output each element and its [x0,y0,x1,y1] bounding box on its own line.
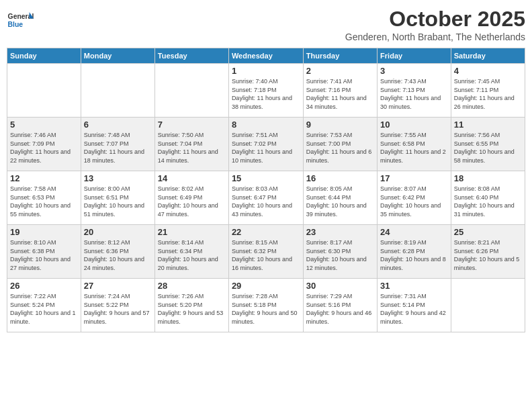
calendar-cell: 19Sunrise: 8:10 AMSunset: 6:38 PMDayligh… [7,225,81,279]
calendar-cell [154,64,228,118]
day-info: Sunrise: 7:58 AMSunset: 6:53 PMDaylight:… [10,185,78,218]
calendar-cell: 7Sunrise: 7:50 AMSunset: 7:04 PMDaylight… [154,118,228,171]
day-info: Sunrise: 7:31 AMSunset: 5:14 PMDaylight:… [380,292,448,326]
day-info: Sunrise: 8:19 AMSunset: 6:28 PMDaylight:… [380,238,448,272]
day-info: Sunrise: 8:17 AMSunset: 6:30 PMDaylight:… [306,238,374,272]
day-info: Sunrise: 7:43 AMSunset: 7:13 PMDaylight:… [380,77,448,111]
calendar-cell: 15Sunrise: 8:03 AMSunset: 6:47 PMDayligh… [228,171,303,225]
day-info: Sunrise: 7:45 AMSunset: 7:11 PMDaylight:… [454,77,522,111]
day-info: Sunrise: 8:10 AMSunset: 6:38 PMDaylight:… [10,238,78,272]
calendar-cell: 21Sunrise: 8:14 AMSunset: 6:34 PMDayligh… [154,225,228,279]
day-number: 31 [380,281,448,291]
calendar-cell: 12Sunrise: 7:58 AMSunset: 6:53 PMDayligh… [7,171,81,225]
day-number: 18 [454,173,522,183]
calendar-cell [7,64,81,118]
calendar-cell: 24Sunrise: 8:19 AMSunset: 6:28 PMDayligh… [378,225,451,279]
day-info: Sunrise: 7:51 AMSunset: 7:02 PMDaylight:… [232,131,300,165]
calendar-cell: 30Sunrise: 7:29 AMSunset: 5:16 PMDayligh… [303,279,377,332]
day-info: Sunrise: 8:15 AMSunset: 6:32 PMDaylight:… [232,238,300,272]
day-number: 17 [380,173,448,183]
day-info: Sunrise: 7:28 AMSunset: 5:18 PMDaylight:… [232,292,300,326]
day-info: Sunrise: 8:03 AMSunset: 6:47 PMDaylight:… [232,185,300,218]
day-info: Sunrise: 7:48 AMSunset: 7:07 PMDaylight:… [84,131,152,165]
calendar-cell: 8Sunrise: 7:51 AMSunset: 7:02 PMDaylight… [228,118,303,171]
calendar-cell: 5Sunrise: 7:46 AMSunset: 7:09 PMDaylight… [7,118,81,171]
calendar-cell: 28Sunrise: 7:26 AMSunset: 5:20 PMDayligh… [154,279,228,332]
day-info: Sunrise: 7:22 AMSunset: 5:24 PMDaylight:… [10,292,78,326]
day-number: 4 [454,66,522,76]
day-header-monday: Monday [81,48,154,64]
day-number: 9 [306,120,374,130]
day-info: Sunrise: 7:53 AMSunset: 7:00 PMDaylight:… [306,131,374,165]
day-number: 14 [158,173,226,183]
day-header-saturday: Saturday [451,48,525,64]
calendar-cell: 26Sunrise: 7:22 AMSunset: 5:24 PMDayligh… [7,279,81,332]
calendar-cell: 16Sunrise: 8:05 AMSunset: 6:44 PMDayligh… [303,171,377,225]
day-number: 29 [232,281,300,291]
day-info: Sunrise: 7:55 AMSunset: 6:58 PMDaylight:… [380,131,448,165]
day-number: 10 [380,120,448,130]
calendar-cell: 11Sunrise: 7:56 AMSunset: 6:55 PMDayligh… [451,118,525,171]
day-number: 30 [306,281,374,291]
calendar-cell: 22Sunrise: 8:15 AMSunset: 6:32 PMDayligh… [228,225,303,279]
day-info: Sunrise: 7:46 AMSunset: 7:09 PMDaylight:… [10,131,78,165]
svg-text:Blue: Blue [8,21,24,28]
calendar-cell: 23Sunrise: 8:17 AMSunset: 6:30 PMDayligh… [303,225,377,279]
calendar-cell: 27Sunrise: 7:24 AMSunset: 5:22 PMDayligh… [81,279,154,332]
calendar-cell: 25Sunrise: 8:21 AMSunset: 6:26 PMDayligh… [451,225,525,279]
day-number: 12 [10,173,78,183]
day-number: 2 [306,66,374,76]
day-info: Sunrise: 7:50 AMSunset: 7:04 PMDaylight:… [158,131,226,165]
day-info: Sunrise: 8:08 AMSunset: 6:40 PMDaylight:… [454,185,522,218]
logo: General Blue [7,7,36,34]
calendar-cell: 9Sunrise: 7:53 AMSunset: 7:00 PMDaylight… [303,118,377,171]
day-number: 23 [306,227,374,237]
day-number: 22 [232,227,300,237]
day-info: Sunrise: 8:12 AMSunset: 6:36 PMDaylight:… [84,238,152,272]
calendar-cell: 29Sunrise: 7:28 AMSunset: 5:18 PMDayligh… [228,279,303,332]
day-number: 19 [10,227,78,237]
day-number: 28 [158,281,226,291]
day-number: 11 [454,120,522,130]
month-title: October 2025 [345,7,525,32]
day-info: Sunrise: 7:24 AMSunset: 5:22 PMDaylight:… [84,292,152,326]
day-number: 16 [306,173,374,183]
day-header-wednesday: Wednesday [228,48,303,64]
calendar-table: SundayMondayTuesdayWednesdayThursdayFrid… [7,48,525,332]
location-title: Genderen, North Brabant, The Netherlands [345,32,525,42]
day-number: 13 [84,173,152,183]
day-number: 3 [380,66,448,76]
day-number: 1 [232,66,300,76]
calendar-cell: 14Sunrise: 8:02 AMSunset: 6:49 PMDayligh… [154,171,228,225]
day-number: 15 [232,173,300,183]
day-number: 20 [84,227,152,237]
calendar-cell: 18Sunrise: 8:08 AMSunset: 6:40 PMDayligh… [451,171,525,225]
day-number: 24 [380,227,448,237]
day-number: 21 [158,227,226,237]
day-header-friday: Friday [378,48,451,64]
calendar-cell: 20Sunrise: 8:12 AMSunset: 6:36 PMDayligh… [81,225,154,279]
calendar-cell: 17Sunrise: 8:07 AMSunset: 6:42 PMDayligh… [378,171,451,225]
day-info: Sunrise: 8:14 AMSunset: 6:34 PMDaylight:… [158,238,226,272]
calendar-cell: 1Sunrise: 7:40 AMSunset: 7:18 PMDaylight… [228,64,303,118]
day-info: Sunrise: 7:26 AMSunset: 5:20 PMDaylight:… [158,292,226,326]
day-number: 27 [84,281,152,291]
calendar-cell: 6Sunrise: 7:48 AMSunset: 7:07 PMDaylight… [81,118,154,171]
calendar-cell [81,64,154,118]
day-header-thursday: Thursday [303,48,377,64]
calendar-cell: 4Sunrise: 7:45 AMSunset: 7:11 PMDaylight… [451,64,525,118]
day-info: Sunrise: 8:07 AMSunset: 6:42 PMDaylight:… [380,185,448,218]
day-info: Sunrise: 8:02 AMSunset: 6:49 PMDaylight:… [158,185,226,218]
day-header-tuesday: Tuesday [154,48,228,64]
day-info: Sunrise: 8:05 AMSunset: 6:44 PMDaylight:… [306,185,374,218]
day-number: 6 [84,120,152,130]
day-header-sunday: Sunday [7,48,81,64]
day-number: 5 [10,120,78,130]
calendar-cell: 31Sunrise: 7:31 AMSunset: 5:14 PMDayligh… [378,279,451,332]
calendar-cell: 2Sunrise: 7:41 AMSunset: 7:16 PMDaylight… [303,64,377,118]
day-info: Sunrise: 7:40 AMSunset: 7:18 PMDaylight:… [232,77,300,111]
calendar-cell: 3Sunrise: 7:43 AMSunset: 7:13 PMDaylight… [378,64,451,118]
day-info: Sunrise: 7:56 AMSunset: 6:55 PMDaylight:… [454,131,522,165]
day-info: Sunrise: 8:00 AMSunset: 6:51 PMDaylight:… [84,185,152,218]
calendar-cell [451,279,525,332]
